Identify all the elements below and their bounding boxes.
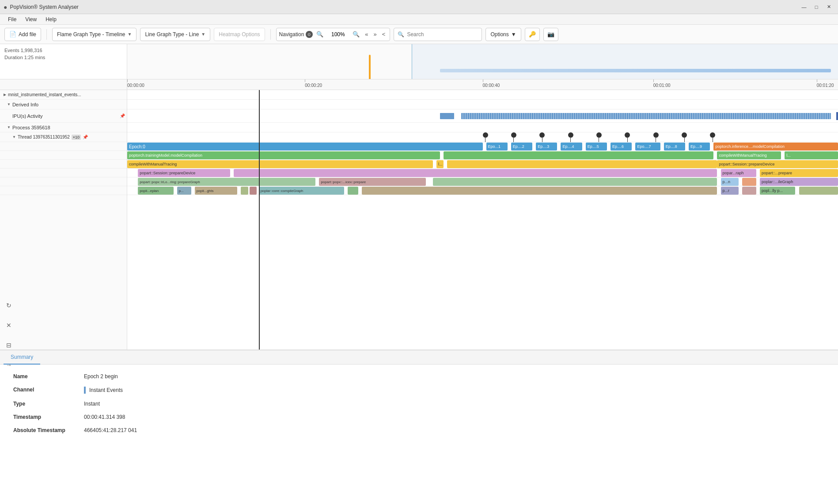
zoom-out-button[interactable]: 🔍 bbox=[315, 30, 325, 38]
zoom-input[interactable]: 100% bbox=[327, 31, 349, 38]
flame-p1[interactable]: p... bbox=[177, 187, 191, 195]
flame-compile-manual-l[interactable]: l... bbox=[436, 160, 444, 168]
heatmap-button[interactable]: Heatmap Options bbox=[214, 28, 265, 41]
flame-epo1[interactable]: Epo...1 bbox=[486, 143, 508, 150]
flame-popli-eplan[interactable]: popli...eplan bbox=[138, 187, 173, 195]
content-row-thread[interactable] bbox=[127, 132, 838, 142]
options-chevron: ▼ bbox=[511, 31, 516, 38]
overview-chart[interactable] bbox=[127, 44, 838, 79]
flame-large-cont[interactable] bbox=[362, 187, 717, 195]
flame-row-5: popart::popx::lrLo...ring::prepareGraph … bbox=[127, 177, 838, 186]
flame-epo2[interactable]: Ep....2 bbox=[511, 143, 532, 150]
options-button[interactable]: Options ▼ bbox=[485, 28, 521, 41]
key-icon: 🔑 bbox=[529, 31, 536, 38]
flame-epo3[interactable]: Ep....3 bbox=[536, 143, 557, 150]
events-count: Events 1,998,316 bbox=[4, 48, 122, 53]
flame-compile-manual[interactable]: compileWithManualTracing bbox=[127, 160, 433, 168]
track-label-mnist[interactable]: ▶ mnist_instrumented_instant_events... bbox=[0, 90, 127, 100]
nav-collapse-button[interactable]: < bbox=[380, 30, 387, 38]
close-button[interactable]: ✕ bbox=[823, 3, 834, 11]
flame-orange-r[interactable] bbox=[742, 178, 756, 186]
summary-content: Name Epoch 2 begin Channel Instant Event… bbox=[0, 365, 838, 504]
thread-triangle: ▼ bbox=[12, 135, 16, 139]
flame-session-right[interactable]: popart::Session::prepareDevice bbox=[717, 160, 838, 168]
line-graph-button[interactable]: Line Graph Type - Line ▼ bbox=[140, 28, 210, 41]
flame-compile-manual-right[interactable]: compileWithManualTracing bbox=[717, 151, 781, 159]
zoom-in-button[interactable]: 🔍 bbox=[351, 30, 361, 38]
menubar: File View Help bbox=[0, 14, 838, 25]
events-duration: Duration 1:25 mins bbox=[4, 55, 122, 60]
screenshot-button[interactable]: 📷 bbox=[543, 28, 558, 41]
search-input[interactable] bbox=[407, 31, 478, 38]
flame-label-row2 bbox=[0, 151, 127, 160]
flame-epo9[interactable]: Ep....9 bbox=[689, 143, 710, 150]
flame-popar-raph[interactable]: popar...raph bbox=[721, 169, 756, 177]
track-label-text-mnist: mnist_instrumented_instant_events... bbox=[8, 92, 81, 97]
flame-epo8[interactable]: Ep....8 bbox=[664, 143, 685, 150]
track-label-derived[interactable]: ▼ Derived Info bbox=[0, 100, 127, 109]
tick-3: 00:01:00 bbox=[653, 79, 671, 88]
menu-help[interactable]: Help bbox=[41, 15, 61, 23]
flame-epoch0[interactable]: Epoch:0 bbox=[127, 143, 483, 150]
flame-small-r2[interactable] bbox=[742, 187, 756, 195]
minimize-button[interactable]: — bbox=[798, 3, 810, 11]
flame-epo7[interactable]: Epo....7 bbox=[635, 143, 660, 150]
flame-lrlo[interactable]: popart::popx::lrLo...ring::prepareGraph bbox=[138, 178, 315, 186]
side-arrow-icon[interactable]: → bbox=[4, 360, 14, 370]
tracks-area: ▶ mnist_instrumented_instant_events... ▼… bbox=[0, 90, 838, 350]
flame-small2[interactable] bbox=[250, 187, 257, 195]
flame-epo5[interactable]: Ep....5 bbox=[586, 143, 607, 150]
maximize-button[interactable]: □ bbox=[811, 3, 822, 11]
flame-ilegraph[interactable]: poplar::...ileGraph bbox=[760, 178, 838, 186]
flame-compile-cont[interactable] bbox=[447, 160, 717, 168]
flame-l-right[interactable]: l... bbox=[785, 151, 838, 159]
flame-prepare-device[interactable]: popart::Session::prepareDevice bbox=[138, 169, 230, 177]
menu-view[interactable]: View bbox=[21, 15, 41, 23]
flame-prepare-cont[interactable] bbox=[234, 169, 717, 177]
flame-icex[interactable]: popart::popx::...icex::prepare bbox=[319, 178, 425, 186]
side-close-icon[interactable]: ✕ bbox=[4, 320, 14, 331]
side-panel-icon[interactable]: ⊟ bbox=[4, 340, 14, 350]
flame-model-comp-cont[interactable] bbox=[444, 151, 713, 159]
track-label-ipu[interactable]: IPU(s) Activity 📌 bbox=[0, 109, 127, 123]
nav-back-button[interactable]: « bbox=[363, 30, 370, 38]
flame-row-3: compileWithManualTracing l... popart::Se… bbox=[127, 160, 838, 169]
summary-tabs: Summary bbox=[0, 350, 838, 365]
flame-epo6[interactable]: Ep....6 bbox=[610, 143, 632, 150]
flame-green-cont[interactable] bbox=[433, 178, 717, 186]
key-button[interactable]: 🔑 bbox=[525, 28, 540, 41]
flame-small3[interactable] bbox=[348, 187, 358, 195]
content-row-derived bbox=[127, 100, 838, 109]
flame-label-row3 bbox=[0, 160, 127, 169]
flame-small1[interactable] bbox=[241, 187, 248, 195]
summary-panel: Summary Name Epoch 2 begin Channel Insta… bbox=[0, 350, 838, 504]
epoch-pin-8 bbox=[682, 132, 687, 142]
ipu-activity-block-2 bbox=[461, 113, 831, 119]
separator-1 bbox=[46, 29, 47, 40]
flame-pr[interactable]: p...r bbox=[721, 187, 739, 195]
timestamp-label: Timestamp bbox=[13, 414, 84, 420]
flame-popli-ghts[interactable]: popli...ghts bbox=[195, 187, 238, 195]
menu-file[interactable]: File bbox=[4, 15, 21, 23]
flame-model-comp[interactable]: poptorch.trainingModel.modelCompilation bbox=[127, 151, 440, 159]
channel-color-indicator bbox=[84, 387, 86, 394]
thread-badge: ×10 bbox=[72, 135, 81, 140]
flame-popart-prepare[interactable]: popart::...prepare bbox=[760, 169, 838, 177]
side-refresh-icon[interactable]: ↻ bbox=[4, 300, 14, 311]
flame-compile-graph[interactable]: poplar::core::compileGraph bbox=[259, 187, 344, 195]
flame-inference[interactable]: poptorch.inference....modelCompilation bbox=[713, 143, 838, 150]
tick-1: 00:00:20 bbox=[305, 79, 322, 88]
flame-pn[interactable]: p...n bbox=[721, 178, 739, 186]
flame-graph-button[interactable]: Flame Graph Type - Timeline ▼ bbox=[52, 28, 137, 41]
search-box[interactable]: 🔍 bbox=[394, 28, 482, 41]
nav-forward-icon: » bbox=[374, 31, 377, 38]
flame-right-end[interactable] bbox=[799, 187, 838, 195]
flame-popl-lly[interactable]: popl...lly p... bbox=[760, 187, 795, 195]
flame-epo4[interactable]: Ep....4 bbox=[561, 143, 582, 150]
main-content: Events 1,998,316 Duration 1:25 mins 00:0… bbox=[0, 44, 838, 504]
content-row-ipu[interactable] bbox=[127, 109, 838, 123]
track-label-process[interactable]: ▼ Process 3595618 bbox=[0, 123, 127, 132]
add-file-button[interactable]: 📄 Add file bbox=[4, 28, 41, 41]
nav-forward-button[interactable]: » bbox=[372, 30, 379, 38]
track-label-thread[interactable]: ▼ Thread 139763511301952 ×10 📌 bbox=[0, 132, 127, 142]
